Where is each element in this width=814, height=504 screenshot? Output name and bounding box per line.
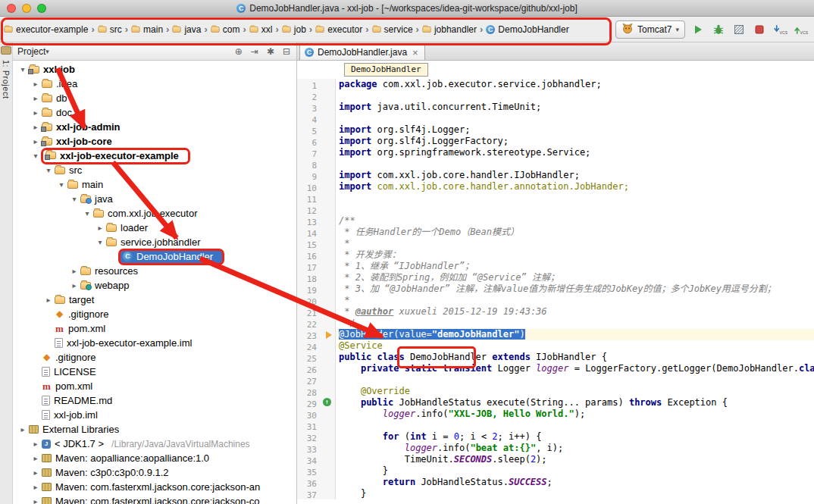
tree-row[interactable]: ▸doc	[13, 105, 296, 120]
project-panel-title[interactable]: Project	[17, 46, 45, 57]
tree-row[interactable]: CDemoJobHandler	[13, 249, 296, 264]
code-line[interactable]: 37 }	[297, 488, 814, 499]
code-line[interactable]: 33 logger.info("beat at:{}", i);	[297, 443, 814, 454]
code-line[interactable]: 4	[297, 113, 814, 124]
code-line[interactable]: 29↑ public JobHandleStatus execute(Strin…	[297, 397, 814, 409]
tree-row[interactable]: README.md	[13, 393, 296, 408]
breadcrumb-item[interactable]: job	[280, 23, 308, 36]
vcs-update-button[interactable]: VCS	[772, 22, 787, 37]
vcs-commit-button[interactable]: VCS	[793, 22, 808, 37]
breadcrumb-item[interactable]: CDemoJobHandler	[484, 23, 571, 36]
code-line[interactable]: 20 *	[297, 295, 814, 306]
breadcrumb-item[interactable]: executor-example	[2, 23, 90, 36]
code-line[interactable]: 21 * @author xuxueli 2015-12-19 19:43:36	[297, 306, 814, 318]
code-line[interactable]: 13/**	[297, 215, 814, 227]
stop-button[interactable]	[752, 22, 767, 37]
breadcrumb-item[interactable]: com	[208, 23, 243, 36]
code-line[interactable]: 26 private static transient Logger logge…	[297, 363, 814, 374]
hide-panel-icon[interactable]: ⊟	[283, 46, 290, 57]
tree-row[interactable]: ▸target	[13, 293, 296, 307]
code-line[interactable]: 2	[297, 90, 814, 102]
tree-row[interactable]: ▾service.jobhandler	[13, 235, 296, 249]
code-line[interactable]: 27	[297, 374, 814, 386]
code-line[interactable]: 8	[297, 158, 814, 170]
code-line[interactable]: 23@JobHander(value="demoJobHandler")	[297, 329, 814, 340]
code-line[interactable]: 36 return JobHandleStatus.SUCCESS;	[297, 477, 814, 488]
code-line[interactable]: 11	[297, 193, 814, 204]
settings-icon[interactable]: ✱	[267, 46, 274, 57]
tree-row[interactable]: ▸Maven: c3p0:c3p0:0.9.1.2	[13, 465, 296, 480]
tree-row[interactable]: ▾xxl-job-executor-example	[13, 149, 296, 163]
breadcrumb-item[interactable]: executor	[313, 23, 365, 36]
run-button[interactable]	[690, 22, 706, 37]
code-line[interactable]: 5import org.slf4j.Logger;	[297, 124, 814, 136]
code-line[interactable]: 6import org.slf4j.LoggerFactory;	[297, 136, 814, 147]
tree-row[interactable]: ▸db	[13, 91, 296, 105]
tree-row[interactable]: LICENSE	[13, 365, 296, 379]
tree-row[interactable]: ▾com.xxl.job.executor	[13, 206, 296, 221]
code-line[interactable]: 25public class DemoJobHandler extends IJ…	[297, 352, 814, 363]
run-with-coverage-button[interactable]	[731, 22, 747, 37]
code-line[interactable]: 32 for (int i = 0; i < 2; i++) {	[297, 431, 814, 443]
override-marker-icon[interactable]: ↑	[323, 398, 331, 406]
code-line[interactable]: 7import org.springframework.stereotype.S…	[297, 147, 814, 158]
code-line[interactable]: 24@Service	[297, 340, 814, 352]
code-line[interactable]: 1package com.xxl.job.executor.service.jo…	[297, 79, 814, 90]
scroll-to-source-icon[interactable]: ⇥	[251, 46, 258, 57]
tree-row[interactable]: ▾src	[13, 163, 296, 177]
locate-icon[interactable]: ⊕	[235, 46, 243, 57]
tree-row[interactable]: ▸xxl-job-admin	[13, 120, 296, 134]
run-configuration-select[interactable]: Tomcat7 ▾	[615, 20, 685, 39]
tree-row[interactable]: ▸loader	[13, 221, 296, 235]
tree-row[interactable]: ◆.gitignore	[13, 307, 296, 321]
tree-row[interactable]: ▸Maven: com.fasterxml.jackson.core:jacks…	[13, 494, 296, 504]
code-line[interactable]: 18 * 2、装配到Spring，例如加 “@Service” 注解；	[297, 272, 814, 283]
tree-row[interactable]: ▸resources	[13, 264, 296, 278]
code-line[interactable]: 12	[297, 204, 814, 215]
breadcrumb-item[interactable]: src	[95, 23, 124, 36]
gutter-cell: 29↑	[297, 397, 336, 409]
breadcrumb-item[interactable]: java	[170, 23, 203, 36]
breadcrumb-item[interactable]: jobhandler	[420, 23, 479, 36]
debug-button[interactable]	[711, 22, 726, 37]
code-line[interactable]: 35 }	[297, 465, 814, 477]
tree-row[interactable]: ▸Maven: com.fasterxml.jackson.core:jacks…	[13, 480, 296, 494]
tree-row[interactable]: xxl-job.iml	[13, 408, 296, 422]
tree-row[interactable]: ▸xxl-job-core	[13, 134, 296, 149]
breadcrumb-item[interactable]: service	[370, 23, 415, 36]
code-line[interactable]: 14 * 任务Handler的一个Demo（Bean模式）	[297, 227, 814, 238]
tree-row[interactable]: ▸J< JDK1.7 >/Library/Java/JavaVirtualMac…	[13, 437, 296, 451]
code-line[interactable]: 22 */	[297, 318, 814, 329]
close-tab-icon[interactable]: ×	[412, 47, 418, 58]
tree-row[interactable]: mpom.xml	[13, 321, 296, 336]
code-line[interactable]: 16 * 开发步骤：	[297, 249, 814, 261]
tree-row[interactable]: ▾main	[13, 177, 296, 192]
code-line[interactable]: 34 TimeUnit.SECONDS.sleep(2);	[297, 454, 814, 465]
breadcrumb-item[interactable]: main	[129, 23, 165, 36]
project-toolwindow-tab[interactable]: 1: Project	[2, 60, 11, 99]
tree-row[interactable]: ▸webapp	[13, 278, 296, 293]
tree-row[interactable]: mpom.xml	[13, 379, 296, 393]
code-line[interactable]: 28 @Override	[297, 386, 814, 397]
code-line[interactable]: 3import java.util.concurrent.TimeUnit;	[297, 102, 814, 113]
tree-row[interactable]: ▾xxl-job	[13, 62, 296, 77]
code-line[interactable]: 31	[297, 420, 814, 431]
breadcrumb-item[interactable]: xxl	[247, 23, 275, 36]
editor-tab[interactable]: C DemoJobHandler.java ×	[299, 44, 425, 60]
tree-row[interactable]: ▸.idea	[13, 77, 296, 91]
gutter-cell: 5	[297, 124, 336, 136]
tree-row[interactable]: ▸External Libraries	[13, 422, 296, 437]
tree-row[interactable]: ◆.gitignore	[13, 350, 296, 365]
tree-row[interactable]: xxl-job-executor-example.iml	[13, 336, 296, 350]
code-line[interactable]: 19 * 3、加 “@JobHander” 注解，注解value值为新增任务生成…	[297, 283, 814, 295]
tree-row[interactable]: ▸Maven: aopalliance:aopalliance:1.0	[13, 451, 296, 465]
tree-item-label: .idea	[41, 78, 81, 89]
code-line[interactable]: 10import com.xxl.job.core.handler.annota…	[297, 181, 814, 193]
code-line[interactable]: 15 *	[297, 238, 814, 249]
code-token: org.springframework.stereotype.Service;	[377, 147, 591, 158]
editor-breadcrumb-chip[interactable]: DemoJobHandler	[344, 63, 428, 77]
code-line[interactable]: 30 logger.info("XXL-JOB, Hello World.");	[297, 409, 814, 420]
code-line[interactable]: 17 * 1、继承 “IJobHandler”；	[297, 261, 814, 272]
tree-row[interactable]: ▾java	[13, 192, 296, 206]
code-line[interactable]: 9import com.xxl.job.core.handler.IJobHan…	[297, 170, 814, 181]
